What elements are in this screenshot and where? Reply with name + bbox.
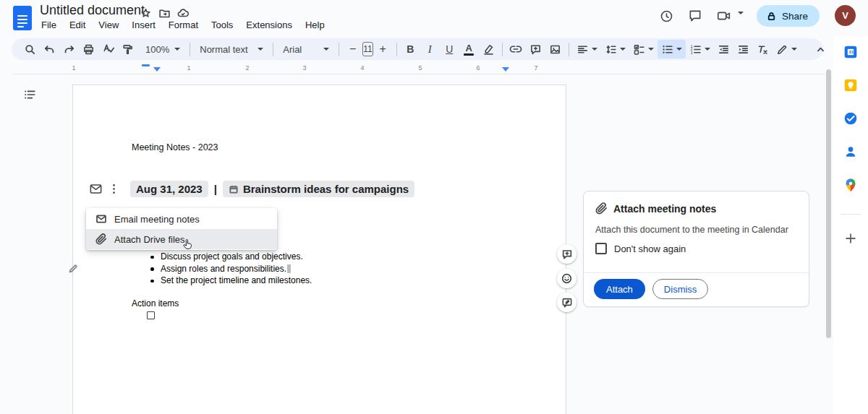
numbered-list-select[interactable]: 123 xyxy=(686,40,714,59)
pen-icon xyxy=(776,43,788,56)
style-value: Normal text xyxy=(200,44,247,55)
text-color-glyph: A xyxy=(466,43,472,53)
font-family-select[interactable]: Arial xyxy=(277,40,335,59)
decrease-indent-icon[interactable] xyxy=(714,40,733,59)
vertical-scrollbar[interactable] xyxy=(826,69,831,338)
date-chip[interactable]: Aug 31, 2023 xyxy=(130,181,208,197)
first-line-indent-marker[interactable] xyxy=(142,64,150,66)
zoom-select[interactable]: 100% xyxy=(140,40,186,59)
comments-icon[interactable] xyxy=(686,7,705,25)
document-outline-icon[interactable] xyxy=(22,87,37,102)
action-item-checkbox[interactable] xyxy=(147,311,155,319)
emoji-reaction-button[interactable] xyxy=(557,269,576,288)
dismiss-button-label: Dismiss xyxy=(664,284,697,295)
menu-tools[interactable]: Tools xyxy=(206,18,238,32)
share-button[interactable]: Share xyxy=(757,5,820,27)
chip-separator: | xyxy=(214,183,217,195)
editing-mode-select[interactable] xyxy=(773,40,801,59)
paragraph-style-select[interactable]: Normal text xyxy=(194,40,269,59)
dont-show-again-checkbox[interactable] xyxy=(595,243,607,254)
docs-logo-icon[interactable] xyxy=(13,6,32,30)
checklist-select[interactable] xyxy=(629,40,658,59)
highlight-color-icon[interactable] xyxy=(479,40,498,59)
card-title: Attach meeting notes xyxy=(613,203,716,215)
meet-dropdown-caret-icon[interactable] xyxy=(738,14,744,27)
tasks-app-icon[interactable] xyxy=(843,111,858,126)
italic-button[interactable]: I xyxy=(420,40,440,59)
event-chip-label: Brainstorm ideas for campaigns xyxy=(243,183,409,195)
line-spacing-icon xyxy=(605,43,617,56)
calendar-event-icon xyxy=(229,184,239,194)
bullet-item[interactable]: Discuss project goals and objectives. xyxy=(150,251,312,264)
menu-insert[interactable]: Insert xyxy=(127,18,161,32)
underline-button[interactable]: U xyxy=(440,40,459,59)
paperclip-icon xyxy=(595,202,608,215)
keep-app-icon[interactable] xyxy=(843,78,858,92)
minus-glyph: − xyxy=(349,43,356,56)
plus-glyph: + xyxy=(380,43,386,56)
decrease-font-size-button[interactable]: − xyxy=(343,40,362,59)
maps-app-icon[interactable] xyxy=(843,178,858,192)
menu-view[interactable]: View xyxy=(93,18,124,32)
account-avatar[interactable]: V xyxy=(835,5,856,26)
event-chip[interactable]: Brainstorm ideas for campaigns xyxy=(223,181,414,197)
spell-check-icon[interactable] xyxy=(98,40,118,59)
attach-button[interactable]: Attach xyxy=(594,279,645,299)
menu-extensions[interactable]: Extensions xyxy=(241,18,297,32)
increase-font-size-button[interactable]: + xyxy=(373,40,393,59)
calendar-app-icon[interactable]: 31 xyxy=(843,45,858,59)
envelope-icon xyxy=(95,213,107,225)
checklist-icon xyxy=(633,43,645,56)
search-menus-icon[interactable] xyxy=(20,40,40,59)
meet-video-icon[interactable] xyxy=(715,7,733,25)
formatting-toolbar: 100% Normal text Arial − 11 + B I U A xyxy=(12,38,823,60)
attach-meeting-notes-card: Attach meeting notes Attach this documen… xyxy=(583,191,809,307)
doc-heading-text[interactable]: Meeting Notes - 2023 xyxy=(132,142,218,152)
menu-item-email-meeting-notes[interactable]: Email meeting notes xyxy=(86,209,277,229)
insert-image-icon[interactable] xyxy=(545,40,565,59)
date-chip-label: Aug 31, 2023 xyxy=(136,183,203,195)
line-spacing-select[interactable] xyxy=(601,40,629,59)
contacts-app-icon[interactable] xyxy=(843,145,858,159)
text-color-button[interactable]: A xyxy=(459,40,479,59)
action-items-text[interactable]: Action items xyxy=(132,298,179,309)
insert-link-icon[interactable] xyxy=(506,40,526,59)
right-indent-marker[interactable] xyxy=(502,67,509,72)
share-label: Share xyxy=(782,11,808,22)
numbered-list-icon: 123 xyxy=(689,43,702,56)
bold-button[interactable]: B xyxy=(401,40,420,59)
bullet-item[interactable]: Set the project timeline and milestones. xyxy=(150,275,312,288)
more-options-icon[interactable] xyxy=(107,182,121,196)
align-select[interactable] xyxy=(573,40,601,59)
add-comment-icon[interactable] xyxy=(526,40,545,59)
italic-glyph: I xyxy=(428,43,432,56)
menu-edit[interactable]: Edit xyxy=(64,18,90,32)
ruler-number: 5 xyxy=(417,64,424,72)
print-icon[interactable] xyxy=(79,40,98,59)
increase-indent-icon[interactable] xyxy=(733,40,753,59)
bulleted-list-select[interactable] xyxy=(658,40,686,59)
undo-icon[interactable] xyxy=(40,40,59,59)
suggest-edits-button[interactable] xyxy=(557,293,576,312)
menu-format[interactable]: Format xyxy=(163,18,203,32)
font-size-input[interactable]: 11 xyxy=(362,42,373,56)
add-comment-float-button[interactable] xyxy=(557,244,576,264)
side-panel-appbar xyxy=(833,36,868,414)
menu-item-label: Attach Drive files xyxy=(114,234,185,245)
margin-pencil-icon[interactable] xyxy=(68,263,79,274)
bullet-item[interactable]: Assign roles and responsibilities. xyxy=(150,264,312,276)
version-history-icon[interactable] xyxy=(657,7,676,25)
ruler-number: 1 xyxy=(70,64,77,72)
menu-file[interactable]: File xyxy=(36,18,61,32)
hide-menus-icon[interactable] xyxy=(811,40,830,59)
redo-icon[interactable] xyxy=(59,40,79,59)
document-title[interactable]: Untitled document xyxy=(40,3,145,18)
bulleted-list-icon xyxy=(661,43,673,56)
paint-format-icon[interactable] xyxy=(118,40,137,59)
dismiss-button[interactable]: Dismiss xyxy=(652,279,709,299)
get-addons-plus-icon[interactable] xyxy=(843,231,858,246)
clear-formatting-icon[interactable] xyxy=(753,40,773,59)
left-indent-marker[interactable] xyxy=(153,67,161,72)
menu-help[interactable]: Help xyxy=(300,18,330,32)
email-notes-icon[interactable] xyxy=(89,182,103,196)
